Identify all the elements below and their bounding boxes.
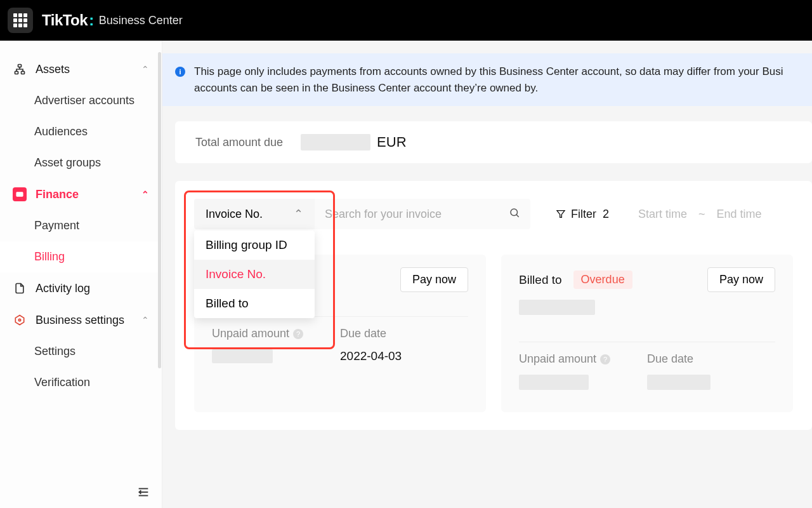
start-time-placeholder: Start time (638, 208, 687, 221)
redacted-value (647, 375, 710, 390)
sidebar-item-asset-groups[interactable]: Asset groups (0, 147, 162, 178)
settings-hex-icon (13, 313, 27, 327)
sidebar-label: Finance (36, 188, 79, 201)
dropdown-option[interactable]: Billing group ID (194, 231, 315, 260)
wallet-icon (13, 187, 27, 201)
billed-to-label: Billed to (519, 273, 562, 287)
svg-rect-3 (16, 192, 23, 197)
end-time-placeholder: End time (717, 208, 762, 221)
sidebar-item-business-settings[interactable]: Business settings ⌃ (0, 304, 162, 336)
currency: EUR (377, 134, 406, 150)
svg-point-5 (18, 319, 20, 321)
sidebar-label: Activity log (36, 282, 90, 295)
sidebar-label: Assets (36, 63, 70, 76)
sidebar-item-billing[interactable]: Billing (0, 241, 162, 272)
app-switcher-button[interactable] (8, 8, 33, 33)
chevron-up-icon: ⌃ (141, 315, 149, 325)
unpaid-header: Unpaid amount ? (519, 352, 647, 366)
search-wrapper (315, 199, 530, 229)
chevron-up-icon: ⌃ (294, 207, 303, 221)
grid-icon (13, 13, 27, 27)
filter-button[interactable]: Filter 2 (546, 199, 619, 229)
overdue-badge: Overdue (573, 271, 632, 289)
invoice-card: Billed to Overdue Pay now Unpaid amount … (501, 255, 793, 412)
filter-icon (556, 209, 566, 219)
redacted-value (212, 349, 273, 363)
brand-logo: TikTok: (42, 11, 94, 29)
select-value: Invoice No. (206, 208, 263, 221)
sidebar-item-settings[interactable]: Settings (0, 336, 162, 367)
search-input[interactable] (325, 208, 502, 221)
svg-rect-2 (22, 71, 25, 74)
svg-line-10 (516, 215, 519, 217)
redacted-amount (301, 134, 370, 150)
svg-marker-11 (557, 211, 565, 218)
info-banner: i This page only includes payments from … (162, 53, 812, 106)
svg-rect-0 (18, 65, 22, 67)
sidebar: Assets ⌃ Advertiser accounts Audiences A… (0, 41, 162, 508)
sidebar-label: Business settings (36, 314, 124, 327)
search-field-dropdown: Billing group ID Invoice No. Billed to (194, 231, 315, 318)
sidebar-item-verification[interactable]: Verification (0, 367, 162, 398)
svg-marker-4 (15, 316, 23, 325)
filter-label: Filter (571, 208, 596, 221)
dropdown-option[interactable]: Billed to (194, 289, 315, 318)
info-text: This page only includes payments from ac… (194, 64, 799, 96)
pay-now-button[interactable]: Pay now (707, 267, 775, 292)
svg-point-9 (511, 209, 518, 216)
unpaid-header: Unpaid amount ? (212, 327, 340, 340)
sidebar-item-finance[interactable]: Finance ⌃ (0, 178, 162, 210)
chevron-up-icon: ⌃ (141, 64, 149, 74)
invoice-list: Invoice No. ⌃ Filter 2 Start time ~ (175, 181, 812, 430)
sidebar-item-advertiser[interactable]: Advertiser accounts (0, 85, 162, 116)
total-due-card: Total amount due EUR (175, 121, 812, 163)
due-date-header: Due date (647, 352, 775, 366)
help-icon[interactable]: ? (293, 329, 303, 339)
search-field-select[interactable]: Invoice No. ⌃ (194, 199, 315, 229)
redacted-merchant (519, 300, 595, 315)
due-date-header: Due date (340, 327, 468, 340)
sidebar-item-payment[interactable]: Payment (0, 210, 162, 241)
redacted-value (519, 375, 589, 390)
chevron-up-icon: ⌃ (141, 189, 149, 199)
sidebar-item-audiences[interactable]: Audiences (0, 116, 162, 147)
date-range-picker[interactable]: Start time ~ End time (638, 199, 762, 229)
document-icon (13, 281, 27, 295)
brand-sub: Business Center (99, 14, 183, 27)
info-icon: i (175, 67, 185, 77)
total-due-label: Total amount due (195, 136, 283, 149)
sidebar-item-activity[interactable]: Activity log (0, 272, 162, 304)
sidebar-item-assets[interactable]: Assets ⌃ (0, 53, 162, 85)
svg-rect-1 (15, 71, 18, 74)
due-date-value: 2022-04-03 (340, 349, 468, 363)
collapse-sidebar-button[interactable] (136, 485, 150, 502)
hierarchy-icon (13, 62, 27, 76)
search-icon[interactable] (509, 207, 520, 221)
scrollbar[interactable] (158, 52, 161, 368)
pay-now-button[interactable]: Pay now (400, 267, 468, 292)
help-icon[interactable]: ? (600, 354, 610, 364)
range-separator: ~ (698, 208, 705, 221)
filter-count: 2 (603, 208, 609, 221)
dropdown-option-selected[interactable]: Invoice No. (194, 260, 315, 289)
